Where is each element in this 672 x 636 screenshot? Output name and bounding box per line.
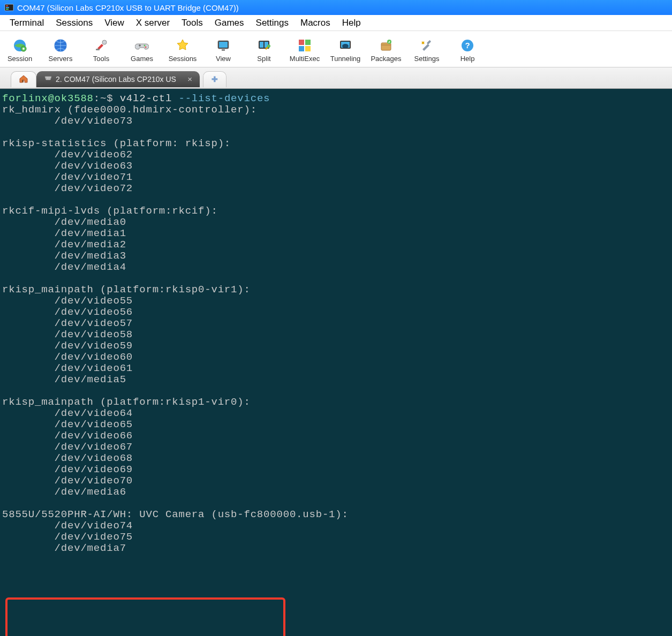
sessions-icon [175, 38, 190, 53]
terminal-command-flag: --list-devices [178, 93, 270, 104]
toolbar-settings[interactable]: Settings [411, 37, 442, 63]
toolbar-help[interactable]: ? Help [452, 37, 483, 63]
toolbar-label: Tunneling [330, 55, 361, 63]
svg-rect-15 [260, 42, 263, 48]
svg-point-33 [49, 78, 50, 78]
games-icon [134, 38, 149, 53]
menu-terminal[interactable]: Terminal [4, 16, 49, 31]
menu-help[interactable]: Help [337, 16, 366, 31]
svg-rect-13 [222, 49, 225, 51]
prompt-path: :~$ [94, 93, 120, 104]
svg-point-10 [145, 46, 147, 48]
svg-rect-3 [6, 9, 9, 10]
tab-home[interactable] [11, 71, 36, 87]
settings-icon [419, 38, 434, 53]
tunneling-icon [338, 38, 353, 53]
packages-icon [379, 38, 394, 53]
svg-text:?: ? [465, 41, 470, 50]
menu-settings[interactable]: Settings [251, 16, 294, 31]
svg-point-7 [102, 40, 107, 44]
svg-point-17 [267, 44, 270, 48]
toolbar-label: View [216, 55, 231, 63]
toolbar-label: Games [131, 55, 153, 63]
terminal-output: rk_hdmirx (fdee0000.hdmirx-controller): … [2, 104, 349, 554]
svg-rect-27 [427, 40, 431, 44]
toolbar-tunneling[interactable]: Tunneling [330, 37, 361, 63]
toolbar-label: Help [460, 55, 475, 63]
toolbar-multiexec[interactable]: MultiExec [289, 37, 320, 63]
toolbar-label: Settings [414, 55, 440, 63]
terminal[interactable]: forlinx@ok3588:~$ v4l2-ctl --list-device… [0, 89, 672, 636]
session-icon [12, 38, 27, 53]
toolbar-session[interactable]: Session [4, 37, 35, 63]
toolbar-label: Tools [93, 55, 109, 63]
menubar: Terminal Sessions View X server Tools Ga… [0, 15, 672, 31]
plus-icon: ✚ [212, 75, 218, 84]
menu-view[interactable]: View [99, 16, 130, 31]
tab-new[interactable]: ✚ [203, 71, 226, 87]
multiexec-icon [297, 38, 312, 53]
menu-games[interactable]: Games [209, 16, 250, 31]
toolbar-label: Split [257, 55, 270, 63]
menu-tools[interactable]: Tools [176, 16, 208, 31]
toolbar-packages[interactable]: Packages [371, 37, 402, 63]
toolbar-label: MultiExec [290, 55, 320, 63]
window-title: COM47 (Silicon Labs CP210x USB to UART B… [17, 3, 239, 12]
svg-rect-2 [6, 7, 9, 8]
toolbar-view[interactable]: View [208, 37, 239, 63]
window-titlebar: COM47 (Silicon Labs CP210x USB to UART B… [0, 0, 672, 15]
app-icon [4, 3, 14, 12]
svg-rect-20 [299, 46, 304, 51]
toolbar: Session Servers Tools Games Sessions Vie… [0, 31, 672, 67]
serial-port-icon [44, 74, 52, 84]
tools-icon [94, 38, 109, 53]
toolbar-games[interactable]: Games [126, 37, 157, 63]
svg-rect-25 [381, 43, 391, 50]
menu-xserver[interactable]: X server [131, 16, 175, 31]
help-icon: ? [460, 38, 475, 53]
tab-active[interactable]: 2. COM47 (Silicon Labs CP210x US × [36, 71, 200, 87]
home-icon [19, 74, 28, 85]
toolbar-label: Sessions [169, 55, 197, 63]
toolbar-sessions[interactable]: Sessions [167, 37, 198, 63]
toolbar-tools[interactable]: Tools [86, 37, 117, 63]
svg-rect-12 [219, 42, 228, 48]
svg-rect-8 [96, 49, 100, 50]
svg-point-9 [144, 44, 146, 46]
svg-rect-19 [305, 40, 311, 45]
svg-point-32 [48, 78, 48, 78]
svg-point-24 [342, 44, 349, 48]
svg-rect-1 [6, 5, 8, 6]
toolbar-label: Servers [49, 55, 73, 63]
tabstrip: 2. COM47 (Silicon Labs CP210x US × ✚ [0, 67, 672, 89]
toolbar-label: Session [7, 55, 32, 63]
tab-label: 2. COM47 (Silicon Labs CP210x US [56, 75, 176, 84]
close-icon[interactable]: × [187, 74, 192, 84]
split-icon [256, 38, 271, 53]
toolbar-servers[interactable]: Servers [45, 37, 76, 63]
terminal-command: v4l2-ctl [120, 93, 179, 104]
servers-icon [53, 38, 68, 53]
menu-sessions[interactable]: Sessions [50, 16, 98, 31]
toolbar-split[interactable]: Split [248, 37, 280, 63]
svg-rect-18 [299, 40, 304, 45]
svg-rect-30 [22, 80, 24, 82]
view-icon [216, 38, 231, 53]
svg-rect-21 [305, 46, 311, 51]
svg-point-31 [46, 78, 47, 78]
menu-macros[interactable]: Macros [295, 16, 336, 31]
toolbar-label: Packages [371, 55, 401, 63]
prompt-user: forlinx@ok3588 [2, 93, 94, 104]
